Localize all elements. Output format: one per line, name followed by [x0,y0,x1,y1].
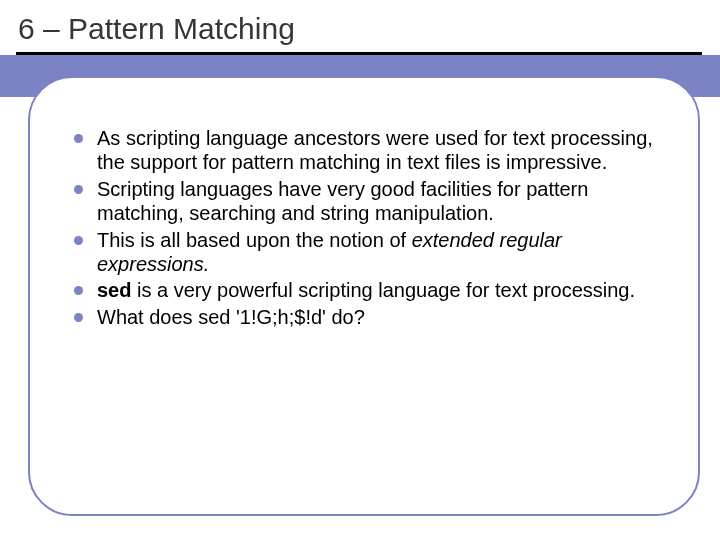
text-span: is a very powerful scripting language fo… [131,279,635,301]
text-span: This is all based upon the notion of [97,229,412,251]
list-item: sed is a very powerful scripting languag… [74,278,664,302]
bullet-icon [74,185,83,194]
list-item: This is all based upon the notion of ext… [74,228,664,277]
bullet-icon [74,313,83,322]
bullet-icon [74,236,83,245]
bullet-text: Scripting languages have very good facil… [97,177,664,226]
bullet-text: As scripting language ancestors were use… [97,126,664,175]
bullet-text: This is all based upon the notion of ext… [97,228,664,277]
list-item: As scripting language ancestors were use… [74,126,664,175]
bold-span: sed [97,279,131,301]
bullet-list: As scripting language ancestors were use… [74,126,664,331]
bullet-icon [74,286,83,295]
list-item: Scripting languages have very good facil… [74,177,664,226]
slide-title: 6 – Pattern Matching [18,12,720,46]
bullet-text: What does sed '1!G;h;$!d' do? [97,305,365,329]
bullet-icon [74,134,83,143]
bullet-text: sed is a very powerful scripting languag… [97,278,635,302]
list-item: What does sed '1!G;h;$!d' do? [74,305,664,329]
